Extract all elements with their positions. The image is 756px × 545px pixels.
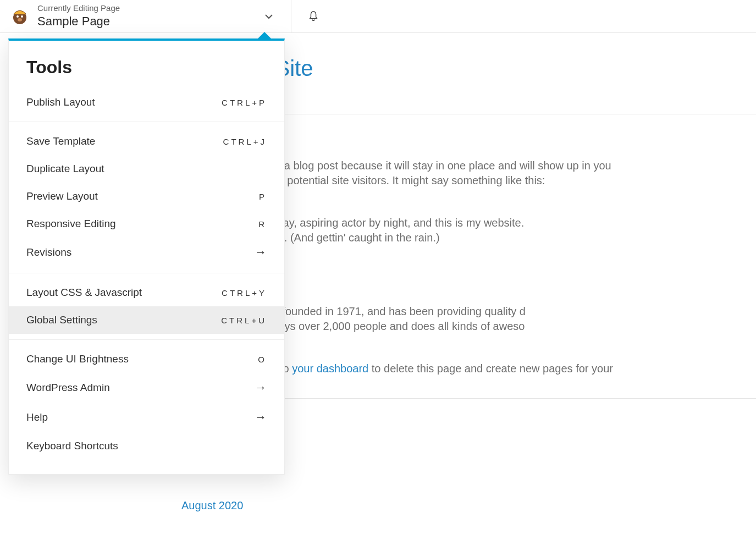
menu-item-shortcut: O <box>258 355 267 364</box>
notifications-button[interactable] <box>297 0 330 33</box>
menu-item-shortcut: P <box>259 192 267 201</box>
menu-item-label: Help <box>26 411 48 423</box>
menu-item-wordpress-admin[interactable]: WordPress Admin→ <box>9 373 284 403</box>
menu-item-shortcut: CTRL+P <box>222 98 267 107</box>
chevron-down-icon[interactable] <box>264 12 273 21</box>
menu-item-label: Layout CSS & Javascript <box>26 287 142 299</box>
topbar: Currently Editing Page Sample Page <box>0 0 756 33</box>
beaver-logo-icon <box>10 7 30 26</box>
bell-icon <box>307 10 319 23</box>
menu-item-label: Keyboard Shortcuts <box>26 440 118 452</box>
svg-point-3 <box>18 18 22 21</box>
arrow-right-icon: → <box>255 410 267 425</box>
menu-item-label: Change UI Brightness <box>26 353 129 365</box>
menu-item-revisions[interactable]: Revisions→ <box>9 238 284 267</box>
menu-item-help[interactable]: Help→ <box>9 403 284 432</box>
arrow-right-icon: → <box>255 245 267 260</box>
menu-item-shortcut: R <box>258 219 267 229</box>
menu-item-duplicate-layout[interactable]: Duplicate Layout <box>9 155 284 183</box>
menu-item-label: Preview Layout <box>26 190 98 202</box>
svg-point-2 <box>21 15 23 18</box>
menu-item-preview-layout[interactable]: Preview LayoutP <box>9 183 284 210</box>
page-name: Sample Page <box>37 14 120 29</box>
menu-item-keyboard-shortcuts[interactable]: Keyboard Shortcuts <box>9 432 284 460</box>
menu-item-shortcut: CTRL+J <box>223 137 267 146</box>
svg-point-1 <box>16 15 19 18</box>
menu-item-shortcut: CTRL+Y <box>222 288 267 298</box>
menu-item-label: Global Settings <box>26 314 97 326</box>
page-switcher[interactable]: Currently Editing Page Sample Page <box>0 0 291 32</box>
arrow-right-icon: → <box>255 381 267 395</box>
menu-item-label: Publish Layout <box>26 96 95 108</box>
menu-item-label: Save Template <box>26 135 95 147</box>
menu-item-label: Duplicate Layout <box>26 163 104 175</box>
menu-item-change-ui-brightness[interactable]: Change UI BrightnessO <box>9 345 284 373</box>
menu-item-shortcut: CTRL+U <box>221 316 267 325</box>
menu-item-publish-layout[interactable]: Publish LayoutCTRL+P <box>9 89 284 116</box>
menu-item-label: Revisions <box>26 246 71 258</box>
menu-item-save-template[interactable]: Save TemplateCTRL+J <box>9 128 284 155</box>
menu-item-label: Responsive Editing <box>26 218 116 230</box>
dashboard-link[interactable]: your dashboard <box>292 362 368 375</box>
menu-item-label: WordPress Admin <box>26 382 110 394</box>
page-title-block: Currently Editing Page Sample Page <box>37 3 120 29</box>
tools-dropdown: Tools Publish LayoutCTRL+PSave TemplateC… <box>8 38 285 475</box>
dropdown-title: Tools <box>9 41 284 83</box>
menu-item-layout-css-javascript[interactable]: Layout CSS & JavascriptCTRL+Y <box>9 279 284 306</box>
menu-item-responsive-editing[interactable]: Responsive EditingR <box>9 210 284 238</box>
menu-item-global-settings[interactable]: Global SettingsCTRL+U <box>9 306 284 334</box>
editing-label: Currently Editing Page <box>37 3 120 14</box>
